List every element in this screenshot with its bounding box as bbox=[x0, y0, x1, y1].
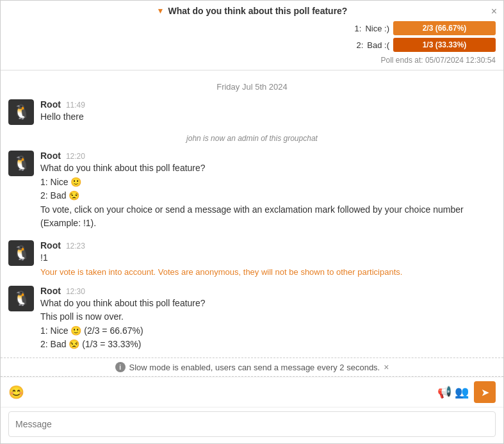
send-icon: ➤ bbox=[481, 386, 489, 399]
poll-option-row-1: 1: Nice :) 2/3 (66.67%) bbox=[8, 21, 496, 35]
toolbar-right: 📢 👥 ➤ bbox=[437, 381, 496, 403]
group-icon: 📢 bbox=[437, 386, 451, 399]
avatar-4: 🐧 bbox=[8, 286, 34, 311]
message-line-1-0: Hello there bbox=[40, 111, 496, 124]
poll-title: ▼ What do you think about this poll feat… bbox=[8, 6, 496, 16]
poll-option-row-2: 2: Bad :( 1/3 (33.33%) bbox=[8, 38, 496, 52]
date-divider: Friday Jul 5th 2024 bbox=[8, 82, 496, 92]
msg4-line2: 1: Nice 🙂 (2/3 = 66.67%) bbox=[40, 325, 496, 338]
poll-bar-1: 2/3 (66.67%) bbox=[393, 21, 496, 35]
avatar-1: 🐧 bbox=[8, 99, 34, 125]
message-row-2: 🐧 Root 12:20 What do you think about thi… bbox=[8, 151, 496, 231]
message-text-3: !1 bbox=[40, 252, 496, 265]
poll-bar-2-container[interactable]: 1/3 (33.33%) bbox=[393, 38, 496, 52]
user-icon: 👥 bbox=[455, 386, 469, 399]
slow-mode-banner: i Slow mode is enabled, users can send a… bbox=[1, 358, 503, 377]
msg2-line1: 1: Nice 🙂 bbox=[40, 176, 496, 189]
message-header-2: Root 12:20 bbox=[40, 151, 496, 161]
poll-options: 1: Nice :) 2/3 (66.67%) 2: Bad :( 1/3 (3… bbox=[8, 21, 496, 52]
poll-option-2-name: Bad :( bbox=[367, 40, 389, 50]
avatar-img-4: 🐧 bbox=[8, 286, 34, 311]
message-header-4: Root 12:30 bbox=[40, 286, 496, 296]
poll-close-button[interactable]: × bbox=[491, 6, 497, 17]
system-message: john is now an admin of this groupchat bbox=[8, 134, 496, 143]
message-username-2: Root bbox=[40, 151, 61, 161]
input-toolbar: 😊 📢 👥 ➤ bbox=[1, 377, 503, 407]
message-input-area bbox=[1, 407, 503, 443]
poll-bar-2: 1/3 (33.33%) bbox=[393, 38, 496, 52]
emoji-button[interactable]: 😊 bbox=[8, 384, 24, 400]
group-icon-button[interactable]: 📢 👥 bbox=[437, 385, 469, 399]
send-button[interactable]: ➤ bbox=[474, 381, 496, 403]
avatar-img-2: 🐧 bbox=[8, 151, 34, 176]
msg2-line2: 2: Bad 😒 bbox=[40, 190, 496, 202]
poll-ends-text: Poll ends at: 05/07/2024 12:30:54 bbox=[8, 56, 496, 65]
msg2-line4: (Example: !1). bbox=[40, 217, 496, 230]
avatar-3: 🐧 bbox=[8, 240, 34, 266]
message-text-2: What do you think about this poll featur… bbox=[40, 162, 496, 230]
message-row-1: 🐧 Root 11:49 Hello there bbox=[8, 99, 496, 125]
message-row-4: 🐧 Root 12:30 What do you think about thi… bbox=[8, 286, 496, 352]
message-row-3: 🐧 Root 12:23 !1 Your vote is taken into … bbox=[8, 240, 496, 277]
message-time-3: 12:23 bbox=[66, 242, 85, 251]
msg4-line0: What do you think about this poll featur… bbox=[40, 297, 496, 310]
avatar-img-3: 🐧 bbox=[8, 240, 34, 266]
msg3-line0: !1 bbox=[40, 252, 496, 265]
avatar-2: 🐧 bbox=[8, 151, 34, 176]
poll-bar-2-text: 1/3 (33.33%) bbox=[423, 40, 467, 49]
msg4-line1: This poll is now over. bbox=[40, 311, 496, 324]
slow-mode-close-button[interactable]: × bbox=[384, 362, 389, 372]
poll-title-text: What do you think about this poll featur… bbox=[168, 6, 347, 16]
message-content-3: Root 12:23 !1 Your vote is taken into ac… bbox=[40, 240, 496, 277]
poll-bar-1-text: 2/3 (66.67%) bbox=[423, 24, 467, 33]
message-text-4: What do you think about this poll featur… bbox=[40, 297, 496, 351]
message-header-3: Root 12:23 bbox=[40, 240, 496, 251]
message-time-2: 12:20 bbox=[66, 152, 85, 161]
message-username-1: Root bbox=[40, 99, 61, 110]
message-time-1: 11:49 bbox=[66, 101, 85, 110]
message-content-2: Root 12:20 What do you think about this … bbox=[40, 151, 496, 231]
chat-container: ▼ What do you think about this poll feat… bbox=[0, 0, 504, 444]
messages-area[interactable]: Friday Jul 5th 2024 🐧 Root 11:49 Hello t… bbox=[1, 70, 503, 358]
message-time-4: 12:30 bbox=[66, 287, 85, 296]
message-header-1: Root 11:49 bbox=[40, 99, 496, 110]
message-content-1: Root 11:49 Hello there bbox=[40, 99, 496, 125]
message-content-4: Root 12:30 What do you think about this … bbox=[40, 286, 496, 352]
message-text-1: Hello there bbox=[40, 111, 496, 124]
msg2-line0: What do you think about this poll featur… bbox=[40, 162, 496, 175]
message-input[interactable] bbox=[8, 411, 496, 437]
poll-chevron-icon: ▼ bbox=[157, 6, 165, 15]
message-username-4: Root bbox=[40, 286, 61, 296]
slow-mode-text: Slow mode is enabled, users can send a m… bbox=[129, 363, 380, 372]
poll-bar-1-container[interactable]: 2/3 (66.67%) bbox=[393, 21, 496, 35]
info-icon: i bbox=[115, 362, 126, 372]
msg2-line3: To vote, click on your choice or send a … bbox=[40, 204, 496, 217]
msg4-line3: 2: Bad 😒 (1/3 = 33.33%) bbox=[40, 338, 496, 351]
message-username-3: Root bbox=[40, 240, 61, 251]
avatar-img-1: 🐧 bbox=[8, 99, 34, 125]
poll-banner: ▼ What do you think about this poll feat… bbox=[1, 1, 503, 70]
poll-option-1-name: Nice :) bbox=[365, 24, 389, 33]
poll-option-2-label: 2: bbox=[350, 40, 363, 50]
vote-confirmation: Your vote is taken into account. Votes a… bbox=[40, 267, 496, 277]
poll-option-1-label: 1: bbox=[348, 24, 361, 33]
